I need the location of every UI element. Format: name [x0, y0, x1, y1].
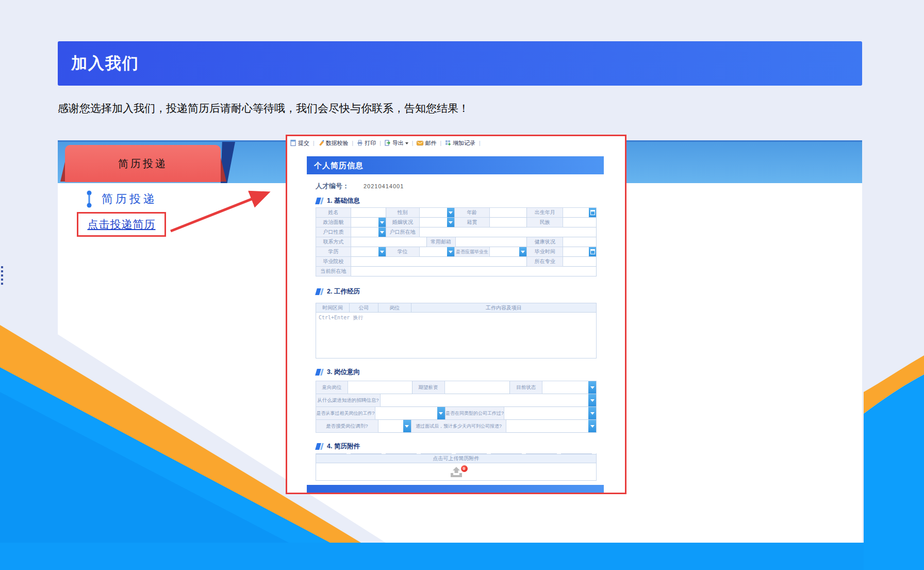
- sidebar-item-label: 简历投递: [102, 191, 157, 207]
- caret-down-icon[interactable]: [588, 407, 596, 419]
- section-slash-icon: [316, 198, 323, 204]
- col-company: 公司: [350, 303, 378, 312]
- native-place-input[interactable]: [490, 218, 527, 227]
- caret-down-icon[interactable]: [588, 394, 596, 406]
- submit-doc-icon: [290, 140, 296, 146]
- add-record-icon: [445, 140, 451, 146]
- marital-select[interactable]: [420, 218, 455, 227]
- upload-tray-icon: 0: [450, 466, 463, 478]
- current-status-select[interactable]: [542, 381, 597, 394]
- age-input[interactable]: [490, 208, 527, 218]
- email-input[interactable]: [456, 237, 527, 247]
- current-location-input[interactable]: [351, 267, 597, 276]
- education-select[interactable]: [351, 247, 386, 257]
- export-button[interactable]: 导出: [385, 139, 408, 147]
- section-slash-icon: [316, 443, 323, 450]
- hukou-location-input[interactable]: [420, 227, 597, 237]
- caret-down-icon[interactable]: [588, 381, 596, 394]
- section-basic-info: 1. 基础信息: [316, 197, 604, 205]
- same-type-company-select[interactable]: [504, 407, 597, 420]
- submit-button[interactable]: 提交: [290, 139, 309, 147]
- calendar-icon[interactable]: [589, 247, 596, 256]
- data-validate-button[interactable]: 数据校验: [318, 139, 349, 147]
- caret-down-icon[interactable]: [437, 407, 445, 419]
- caret-down-icon[interactable]: [378, 218, 386, 227]
- label-current-status: 目前状态: [510, 381, 542, 394]
- accept-adjustment-select[interactable]: [378, 420, 411, 433]
- add-record-button[interactable]: 增加记录: [445, 139, 475, 147]
- export-icon: [385, 140, 391, 146]
- label-hukou-location: 户口所在地: [386, 227, 420, 237]
- form-toolbar: 提交 | 数据校验 | 打印 | 导出: [290, 138, 482, 148]
- toolbar-separator: |: [313, 140, 315, 146]
- work-table-header: 时间区间 公司 岗位 工作内容及项目: [316, 303, 597, 313]
- calendar-icon[interactable]: [589, 208, 596, 217]
- health-input[interactable]: [563, 237, 597, 247]
- mail-icon: [417, 140, 423, 146]
- caret-down-icon[interactable]: [378, 247, 386, 256]
- label-major: 所在专业: [527, 257, 563, 267]
- form-footer-bar: [307, 485, 604, 493]
- grid-row: 从什么渠道知道的招聘信息?: [316, 394, 597, 407]
- major-input[interactable]: [563, 257, 597, 267]
- upload-attachment-button[interactable]: 点击可上传简历附件: [316, 454, 597, 463]
- col-work-content: 工作内容及项目: [411, 303, 596, 312]
- label-fresh-graduate: 是否应届毕业生: [455, 247, 490, 257]
- birth-date-field[interactable]: [563, 208, 597, 218]
- collapse-handle[interactable]: [1, 266, 3, 285]
- school-input[interactable]: [351, 257, 527, 267]
- label-degree: 学位: [386, 247, 420, 257]
- report-days-select[interactable]: [506, 420, 597, 433]
- caret-down-icon[interactable]: [447, 247, 454, 256]
- channel-select[interactable]: [381, 394, 597, 407]
- form-title: 个人简历信息: [314, 161, 364, 170]
- grid-row: 学历 学位 是否应届毕业生 毕业时间: [316, 247, 597, 257]
- mail-button[interactable]: 邮件: [417, 139, 436, 147]
- caret-down-icon[interactable]: [403, 420, 411, 432]
- caret-down-icon[interactable]: [588, 420, 596, 432]
- label-marital: 婚姻状况: [386, 218, 420, 227]
- label-contact: 联系方式: [316, 237, 351, 247]
- ethnicity-input[interactable]: [563, 218, 597, 227]
- political-select[interactable]: [351, 218, 386, 227]
- related-experience-select[interactable]: [375, 407, 446, 420]
- sidebar-item-resume[interactable]: 简历投递: [86, 190, 157, 208]
- label-birth: 出生年月: [527, 208, 563, 218]
- contact-input[interactable]: [351, 237, 427, 247]
- caret-down-icon[interactable]: [447, 218, 454, 227]
- name-input[interactable]: [351, 208, 386, 218]
- col-time-range: 时间区间: [316, 303, 350, 312]
- attachment-count-badge: 0: [461, 465, 468, 472]
- print-button[interactable]: 打印: [357, 139, 376, 147]
- label-name: 姓名: [316, 208, 351, 218]
- section-slash-icon: [316, 369, 323, 376]
- grid-row: 姓名 性别 年龄 出生年月: [316, 208, 597, 218]
- label-current-location: 当前所在地: [316, 267, 351, 276]
- resume-form-window: 个人简历信息 人才编号：20210414001 1. 基础信息 姓名 性别 年龄…: [307, 156, 604, 493]
- section-slash-icon: [316, 288, 323, 295]
- caret-down-icon[interactable]: [378, 227, 386, 237]
- intro-text: 感谢您选择加入我们，投递简历后请耐心等待哦，我们会尽快与你联系，告知您结果！: [58, 101, 780, 116]
- click-submit-resume-link[interactable]: 点击投递简历: [88, 217, 156, 232]
- caret-down-icon[interactable]: [519, 247, 526, 256]
- label-same-type-company: 是否在同类型的公司工作过?: [446, 407, 505, 420]
- job-intention-grid: 意向岗位 期望薪资 目前状态 从什么渠道知道的招聘信息? 是否从事过相关岗位的工…: [316, 381, 597, 433]
- fresh-graduate-select[interactable]: [490, 247, 527, 257]
- tab-resume-submit[interactable]: 简历投递: [65, 145, 221, 182]
- toolbar-separator: |: [440, 140, 441, 146]
- work-history-textarea[interactable]: [316, 313, 597, 359]
- target-position-input[interactable]: [348, 381, 412, 394]
- toolbar-separator: |: [352, 140, 354, 146]
- printer-icon: [357, 140, 363, 146]
- caret-down-icon[interactable]: [447, 208, 454, 217]
- grid-row: 意向岗位 期望薪资 目前状态: [316, 381, 597, 394]
- hukou-type-select[interactable]: [351, 227, 386, 237]
- click-submit-resume-box[interactable]: 点击投递简历: [77, 212, 166, 237]
- upload-drop-area[interactable]: 0: [316, 463, 597, 481]
- page-title-text: 加入我们: [71, 54, 139, 72]
- degree-select[interactable]: [420, 247, 455, 257]
- graduation-date-field[interactable]: [563, 247, 597, 257]
- gender-select[interactable]: [420, 208, 455, 218]
- expected-salary-input[interactable]: [445, 381, 510, 394]
- label-report-days: 通过面试后，预计多少天内可到公司报道?: [411, 420, 507, 433]
